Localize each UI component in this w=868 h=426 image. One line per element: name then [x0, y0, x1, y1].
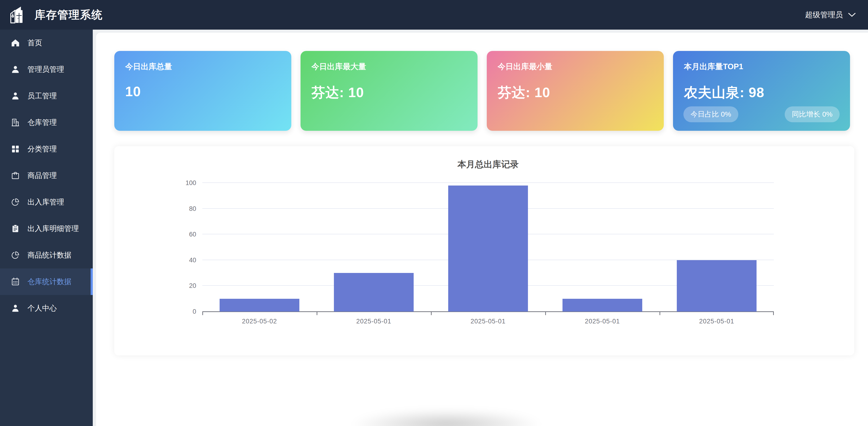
sidebar-item-label: 员工管理	[27, 91, 57, 101]
stat-card-title: 本月出库量TOP1	[684, 61, 839, 72]
sidebar-item-detail-clipboard[interactable]: 出入库明细管理	[0, 216, 93, 242]
sidebar-item-label: 商品统计数据	[27, 250, 71, 260]
chart-bar	[562, 299, 642, 312]
x-axis-tick	[431, 312, 432, 315]
x-axis-label: 2025-05-01	[545, 318, 659, 325]
user-name: 超级管理员	[805, 10, 843, 20]
sidebar-item-employee-user[interactable]: 员工管理	[0, 83, 93, 109]
stat-card-4: 本月出库量TOP1农夫山泉: 98今日占比 0%同比增长 0%	[673, 51, 850, 131]
stat-card-value: 芬达: 10	[498, 83, 653, 102]
stat-card-value: 农夫山泉: 98	[684, 83, 839, 102]
chart-card: 本月总出库记录 0204060801002025-05-022025-05-01…	[114, 146, 854, 356]
warehouse-logo-icon	[9, 5, 29, 25]
stats-pie-icon	[10, 250, 20, 260]
x-axis-label: 2025-05-01	[431, 318, 545, 325]
sidebar-item-label: 商品管理	[27, 171, 57, 180]
sidebar-item-home[interactable]: 首页	[0, 30, 93, 56]
stat-card-1: 今日出库总量10	[114, 51, 291, 131]
stat-card-title: 今日出库最小量	[498, 61, 653, 72]
category-grid-icon	[10, 144, 20, 154]
x-axis-tick	[545, 312, 546, 315]
sidebar-item-label: 个人中心	[27, 303, 57, 313]
y-axis-label: 40	[189, 256, 196, 264]
x-axis-label: 2025-05-02	[202, 318, 317, 325]
sidebar-item-label: 仓库管理	[27, 117, 57, 127]
sidebar-item-warehouse-building[interactable]: 仓库管理	[0, 109, 93, 136]
sidebar-item-category-grid[interactable]: 分类管理	[0, 136, 93, 162]
sidebar-item-product-box[interactable]: 商品管理	[0, 162, 93, 189]
stat-card-title: 今日出库最大量	[311, 61, 467, 72]
stat-card-value: 10	[125, 83, 280, 99]
chevron-down-icon	[848, 13, 856, 17]
chart-title: 本月总出库记录	[202, 159, 774, 170]
x-axis-tick	[317, 312, 317, 315]
sidebar-item-label: 管理员管理	[27, 64, 64, 75]
employee-user-icon	[10, 91, 20, 101]
person-icon	[10, 303, 20, 313]
sidebar-item-label: 出入库明细管理	[27, 224, 79, 234]
x-axis-label: 2025-05-01	[317, 318, 431, 325]
sidebar: 首页管理员管理员工管理仓库管理分类管理商品管理出入库管理出入库明细管理商品统计数…	[0, 30, 93, 426]
sidebar-item-person[interactable]: 个人中心	[0, 295, 93, 321]
chart-bar	[334, 273, 414, 312]
chart-bar	[448, 186, 528, 312]
sidebar-item-label: 分类管理	[27, 144, 57, 154]
top-header: 库存管理系统 超级管理员	[0, 0, 868, 30]
y-axis-label: 80	[189, 205, 196, 212]
product-box-icon	[10, 171, 20, 180]
gridline	[202, 182, 774, 183]
x-axis-tick	[202, 312, 203, 315]
sidebar-item-calendar[interactable]: 仓库统计数据	[0, 268, 93, 295]
sidebar-item-admin-user[interactable]: 管理员管理	[0, 56, 93, 83]
x-axis-label: 2025-05-01	[659, 318, 774, 325]
main-area: 今日出库总量10今日出库最大量芬达: 10今日出库最小量芬达: 10本月出库量T…	[93, 30, 868, 426]
content-panel: 今日出库总量10今日出库最大量芬达: 10今日出库最小量芬达: 10本月出库量T…	[96, 33, 868, 426]
home-icon	[10, 38, 20, 48]
admin-user-icon	[10, 64, 20, 75]
x-axis-tick	[773, 312, 774, 315]
brand: 库存管理系统	[9, 5, 103, 25]
y-axis-label: 20	[189, 282, 196, 289]
user-menu[interactable]: 超级管理员	[805, 10, 856, 20]
stat-card-badges: 今日占比 0%同比增长 0%	[683, 106, 840, 122]
sidebar-item-inout-pie[interactable]: 出入库管理	[0, 189, 93, 216]
detail-clipboard-icon	[10, 224, 20, 234]
sidebar-item-stats-pie[interactable]: 商品统计数据	[0, 242, 93, 268]
chart-bar	[220, 299, 299, 312]
x-axis-tick	[659, 312, 660, 315]
y-axis-label: 60	[189, 231, 196, 238]
sidebar-menu: 首页管理员管理员工管理仓库管理分类管理商品管理出入库管理出入库明细管理商品统计数…	[0, 30, 93, 321]
warehouse-building-icon	[10, 117, 20, 127]
sidebar-item-label: 仓库统计数据	[27, 277, 71, 287]
stat-card-title: 今日出库总量	[125, 61, 280, 72]
stat-badge-2: 同比增长 0%	[785, 106, 840, 122]
calendar-icon	[10, 277, 20, 287]
stat-card-value: 芬达: 10	[311, 83, 467, 102]
chart-bar	[677, 260, 756, 312]
app-title: 库存管理系统	[35, 7, 103, 22]
bottom-shadow	[347, 409, 546, 426]
y-axis-label: 100	[186, 179, 196, 187]
stat-cards-row: 今日出库总量10今日出库最大量芬达: 10今日出库最小量芬达: 10本月出库量T…	[114, 51, 850, 131]
bar-chart-plot: 0204060801002025-05-022025-05-012025-05-…	[202, 183, 774, 312]
inout-pie-icon	[10, 197, 20, 207]
sidebar-item-label: 首页	[27, 38, 42, 48]
stat-card-2: 今日出库最大量芬达: 10	[301, 51, 477, 131]
sidebar-item-label: 出入库管理	[27, 197, 64, 207]
stat-badge-1: 今日占比 0%	[683, 106, 738, 122]
y-axis-label: 0	[193, 308, 196, 315]
stat-card-3: 今日出库最小量芬达: 10	[487, 51, 664, 131]
